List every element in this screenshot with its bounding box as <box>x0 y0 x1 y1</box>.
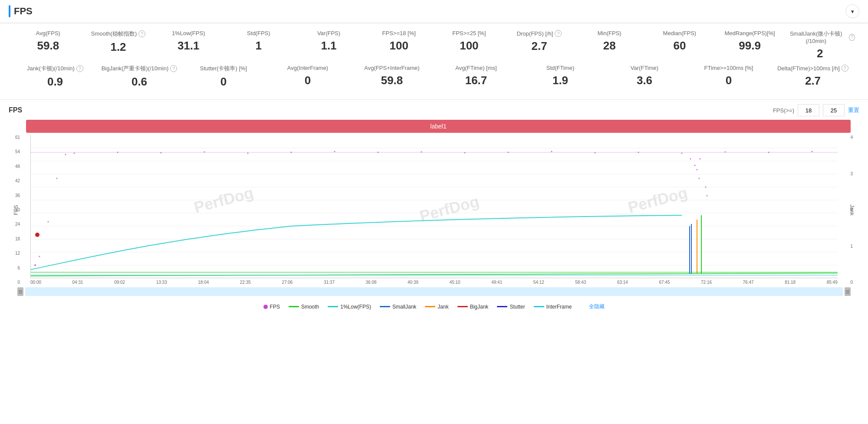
svg-point-26 <box>378 152 379 153</box>
stat-value: 0.6 <box>97 75 181 89</box>
band-label: label1 <box>430 123 446 130</box>
svg-point-44 <box>707 195 708 197</box>
x-axis-tick: 40:39 <box>408 280 418 285</box>
stat-value: 100 <box>364 39 434 53</box>
svg-point-36 <box>812 151 813 152</box>
stat-value: 1.9 <box>518 74 602 87</box>
svg-point-17 <box>56 178 58 179</box>
stat-item: MedRange(FPS)[%]99.9 <box>715 30 785 53</box>
svg-point-49 <box>35 233 39 237</box>
stat-item: Std(FTime)1.9 <box>518 65 602 87</box>
info-icon[interactable]: ? <box>842 65 848 72</box>
legend-item[interactable]: FPS <box>263 304 280 310</box>
scrollbar-track[interactable] <box>25 287 843 296</box>
legend-item[interactable]: Stutter <box>497 304 525 310</box>
svg-point-15 <box>39 256 40 257</box>
stat-item: Stutter(卡顿率) [%]0 <box>181 65 266 89</box>
x-axis-tick: 09:02 <box>114 280 125 285</box>
svg-point-33 <box>681 153 683 154</box>
info-icon[interactable]: ? <box>138 30 145 37</box>
x-axis-tick: 22:35 <box>240 280 251 285</box>
chart-wrapper: label1 FPS Jank 61544842363024181260 432… <box>9 120 859 315</box>
chart-area-container: FPS Jank 61544842363024181260 43210 <box>30 135 838 285</box>
svg-point-18 <box>65 154 66 155</box>
info-icon[interactable]: ? <box>76 65 83 72</box>
legend-label: Jank <box>437 304 448 310</box>
svg-point-39 <box>694 165 696 166</box>
legend-item[interactable]: Jank <box>425 304 448 310</box>
stat-item: 1%Low(FPS)31.1 <box>153 30 224 53</box>
stat-label: MedRange(FPS)[%] <box>715 30 785 36</box>
x-axis: 00:0004:3109:0213:3318:0422:3527:0631:37… <box>30 280 838 285</box>
legend-label: Smooth <box>301 304 319 310</box>
legend-label: BigJank <box>470 304 489 310</box>
x-axis-tick: 45:10 <box>450 280 460 285</box>
legend-line-icon <box>289 306 299 307</box>
legend-label: Stutter <box>510 304 525 310</box>
stat-label: FPS>=18 [%] <box>364 30 434 36</box>
chart-svg: PerfDog PerfDog PerfDog <box>30 135 838 278</box>
stat-label: Avg(FPS) <box>13 30 83 36</box>
stat-label: Var(FTime) <box>602 65 687 71</box>
y-axis-tick: 48 <box>15 164 20 169</box>
fps-input-1[interactable] <box>798 104 819 116</box>
x-axis-tick: 76:47 <box>743 280 754 285</box>
stat-label: Avg(FTime) [ms] <box>434 65 518 71</box>
stat-value: 2 <box>785 47 855 60</box>
y-axis-tick: 3 <box>850 171 853 176</box>
chart-section: FPS FPS(>=) 重置 label1 FPS Jank <box>0 100 868 319</box>
legend-label: FPS <box>270 304 280 310</box>
stat-item: Avg(FPS)59.8 <box>13 30 83 53</box>
info-icon[interactable]: ? <box>849 34 855 41</box>
stats-section: Avg(FPS)59.8Smooth(稳帧指数)?1.21%Low(FPS)31… <box>0 23 868 99</box>
y-axis-tick: 0 <box>850 280 853 285</box>
svg-point-31 <box>595 152 596 154</box>
y-axis-tick: 42 <box>15 178 20 183</box>
y-axis-tick: 18 <box>15 237 20 241</box>
legend-line-icon <box>425 306 435 307</box>
stat-label: Std(FPS) <box>224 30 294 36</box>
y-axis-tick: 36 <box>15 193 20 198</box>
stat-item: Delta(FTime)>100ms [/h]?2.7 <box>771 65 855 88</box>
stat-label: FTime>=100ms [%] <box>687 65 771 71</box>
legend-item[interactable]: Smooth <box>289 304 319 310</box>
legend-item[interactable]: 1%Low(FPS) <box>328 304 371 310</box>
svg-point-41 <box>699 178 700 179</box>
hide-all-button[interactable]: 全隐藏 <box>589 303 605 310</box>
reset-button[interactable]: 重置 <box>848 106 859 114</box>
stat-item: Min(FPS)28 <box>574 30 644 53</box>
legend-label: SmallJank <box>392 304 416 310</box>
legend-item[interactable]: InterFrame <box>534 304 572 310</box>
scrollbar-left-handle[interactable] <box>17 287 23 296</box>
svg-point-25 <box>334 151 335 152</box>
stats-row-2: Jank(卡顿)(/10min)?0.9BigJank(严重卡顿)(/10min… <box>13 65 855 89</box>
svg-point-24 <box>291 152 292 153</box>
legend-item[interactable]: BigJank <box>457 304 489 310</box>
scrollbar[interactable] <box>17 287 851 296</box>
stat-label: Min(FPS) <box>574 30 644 36</box>
fps-input-2[interactable] <box>823 104 845 116</box>
stat-value: 1 <box>224 39 294 53</box>
x-axis-tick: 54:12 <box>533 280 544 285</box>
stat-value: 59.8 <box>350 74 434 87</box>
y-axis-tick: 54 <box>15 149 20 154</box>
y-axis-left: 61544842363024181260 <box>15 135 20 285</box>
legend: FPSSmooth1%Low(FPS)SmallJankJankBigJankS… <box>9 299 859 315</box>
stat-label: Smooth(稳帧指数)? <box>83 30 154 38</box>
x-axis-tick: 72:16 <box>701 280 712 285</box>
chevron-down-icon: ▾ <box>851 8 854 15</box>
stat-value: 16.7 <box>434 74 518 87</box>
legend-line-icon <box>328 306 338 307</box>
header-title: FPS <box>9 5 33 17</box>
legend-label: 1%Low(FPS) <box>340 304 371 310</box>
info-icon[interactable]: ? <box>555 30 562 37</box>
stat-label: Drop(FPS) [/h]? <box>504 30 575 37</box>
legend-item[interactable]: SmallJank <box>380 304 416 310</box>
stat-value: 99.9 <box>715 39 785 53</box>
stat-item: SmallJank(微小卡顿)(/10min)?2 <box>785 30 855 60</box>
header: FPS ▾ <box>0 0 868 23</box>
scrollbar-right-handle[interactable] <box>845 287 851 296</box>
info-icon[interactable]: ? <box>170 65 177 72</box>
dropdown-button[interactable]: ▾ <box>845 4 859 18</box>
stat-label: Jank(卡顿)(/10min)? <box>13 65 97 72</box>
